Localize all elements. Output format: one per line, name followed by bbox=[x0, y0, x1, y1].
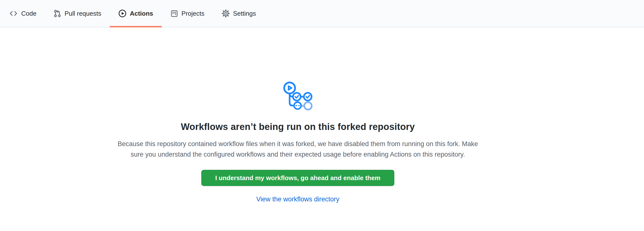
workflow-graph-icon bbox=[282, 82, 314, 113]
code-icon bbox=[9, 10, 18, 17]
active-tab-indicator bbox=[110, 26, 162, 28]
blurb-description: Because this repository contained workfl… bbox=[0, 139, 596, 160]
blurb-title: Workflows aren’t being run on this forke… bbox=[0, 122, 596, 132]
tab-label: Settings bbox=[233, 10, 256, 17]
tab-label: Projects bbox=[182, 10, 204, 17]
tab-pull-requests[interactable]: Pull requests bbox=[45, 0, 110, 27]
tab-code[interactable]: Code bbox=[0, 0, 45, 27]
repo-tab-bar: Code Pull requests Actions bbox=[0, 0, 644, 28]
tab-label: Actions bbox=[130, 10, 153, 17]
blurb-description-line1: Because this repository contained workfl… bbox=[0, 139, 596, 149]
project-board-icon bbox=[170, 10, 178, 18]
tab-label: Pull requests bbox=[64, 10, 101, 17]
pull-request-icon bbox=[54, 9, 61, 18]
gear-icon bbox=[222, 9, 230, 18]
blurb-description-line2: sure you understand the configured workf… bbox=[0, 149, 596, 160]
enable-workflows-button[interactable]: I understand my workflows, go ahead and … bbox=[201, 170, 394, 186]
tab-label: Code bbox=[21, 10, 36, 17]
tab-projects[interactable]: Projects bbox=[162, 0, 213, 27]
play-circle-icon bbox=[118, 9, 126, 18]
tab-settings[interactable]: Settings bbox=[213, 0, 264, 27]
tab-actions[interactable]: Actions bbox=[110, 0, 162, 27]
view-workflows-directory-link[interactable]: View the workflows directory bbox=[256, 195, 339, 203]
